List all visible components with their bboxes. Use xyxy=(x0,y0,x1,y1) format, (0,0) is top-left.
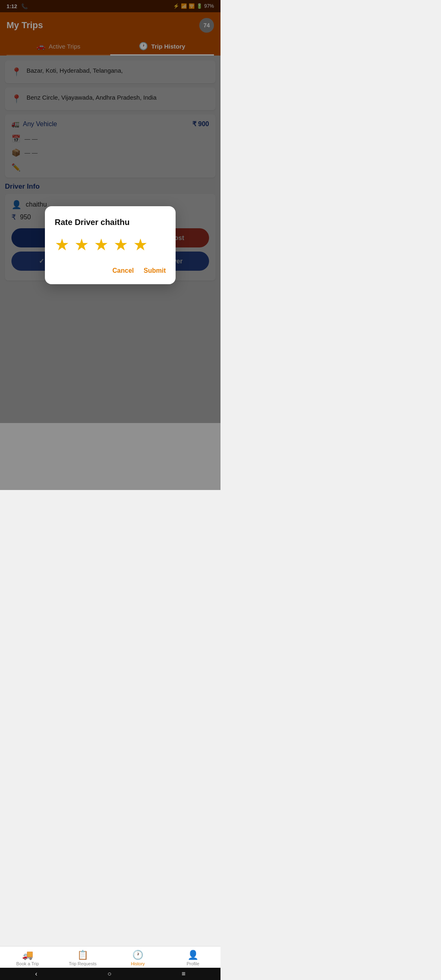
modal-title: Rate Driver chaithu xyxy=(55,218,166,227)
cancel-button[interactable]: Cancel xyxy=(112,265,134,276)
rate-driver-modal: Rate Driver chaithu ★ ★ ★ ★ ★ Cancel Sub… xyxy=(45,206,176,284)
star-4[interactable]: ★ xyxy=(114,235,128,254)
submit-button[interactable]: Submit xyxy=(144,265,166,276)
star-1[interactable]: ★ xyxy=(55,235,69,254)
star-5[interactable]: ★ xyxy=(133,235,148,254)
modal-actions: Cancel Submit xyxy=(55,265,166,276)
stars-row: ★ ★ ★ ★ ★ xyxy=(55,235,166,254)
star-3[interactable]: ★ xyxy=(94,235,109,254)
star-2[interactable]: ★ xyxy=(74,235,89,254)
modal-overlay: Rate Driver chaithu ★ ★ ★ ★ ★ Cancel Sub… xyxy=(0,0,220,490)
